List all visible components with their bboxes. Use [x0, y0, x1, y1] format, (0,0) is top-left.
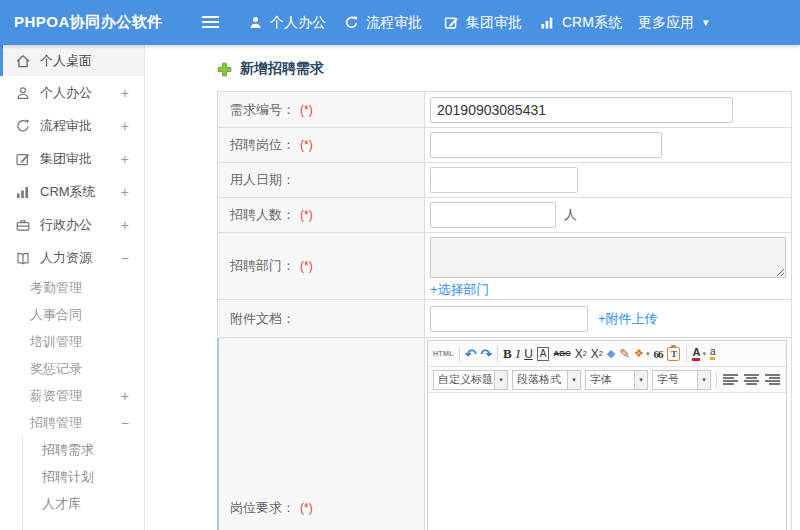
expand-icon[interactable]: +	[121, 85, 129, 101]
background-color-button[interactable]: a	[710, 344, 716, 364]
expand-icon[interactable]: +	[121, 184, 129, 200]
collapse-icon[interactable]: −	[121, 250, 129, 266]
chevron-down-icon: ▾	[646, 350, 650, 358]
font-color-button[interactable]: A▾	[692, 344, 705, 364]
attachment-upload-link[interactable]: +附件上传	[598, 310, 658, 328]
bar-chart-icon	[540, 15, 555, 30]
chevron-down-icon: ▾	[703, 16, 709, 29]
sidebar-item-crm-system[interactable]: CRM系统 +	[0, 175, 144, 208]
subscript-button[interactable]: X2	[591, 344, 603, 364]
sidebar-item-group-approval[interactable]: 集团审批 +	[0, 142, 144, 175]
form-row-attachment: 附件文档： +附件上传	[218, 300, 791, 338]
nav-label: CRM系统	[562, 14, 622, 32]
position-input[interactable]	[430, 132, 662, 158]
underline-button[interactable]: U	[524, 344, 533, 364]
align-right-button[interactable]	[765, 374, 780, 385]
sidebar-item-human-resources[interactable]: 人力资源 −	[0, 241, 144, 274]
sidebar-item-admin-office[interactable]: 行政办公 +	[0, 208, 144, 241]
toolbar-separator	[686, 346, 687, 362]
eraser-icon[interactable]: ◆	[607, 344, 615, 364]
blockquote-button[interactable]: 66	[653, 344, 662, 364]
sidebar-item-label: 个人办公	[40, 84, 92, 102]
select-department-link[interactable]: +选择部门	[430, 281, 490, 299]
paragraph-format-select[interactable]: 段落格式▾	[512, 370, 581, 390]
field-label: 招聘人数： (*)	[218, 198, 425, 232]
collapse-icon[interactable]: −	[121, 415, 129, 431]
sidebar-item-personal-desktop[interactable]: 个人桌面	[0, 45, 144, 76]
attachment-input[interactable]	[430, 306, 588, 332]
sidebar-item-personal-office[interactable]: 个人办公 +	[0, 76, 144, 109]
app-logo: PHPOA协同办公软件	[14, 13, 163, 32]
nav-group-approval[interactable]: 集团审批	[444, 0, 522, 45]
char-style-button[interactable]: A	[537, 347, 550, 361]
nav-process-approval[interactable]: 流程审批	[344, 0, 422, 45]
sidebar-subitem-talent-pool[interactable]: 人才库	[23, 490, 144, 517]
expand-icon[interactable]: +	[121, 217, 129, 233]
bold-button[interactable]: B	[503, 344, 512, 364]
field-label: 需求编号： (*)	[218, 92, 425, 127]
chevron-down-icon: ▾	[567, 371, 580, 389]
nav-more-apps[interactable]: 更多应用 ▾	[638, 0, 709, 45]
brush-icon[interactable]: ✎	[619, 344, 630, 364]
chevron-down-icon: ▾	[697, 371, 710, 389]
paste-table-icon[interactable]: T	[667, 347, 680, 361]
sidebar-item-process-approval[interactable]: 流程审批 +	[0, 109, 144, 142]
required-marker: (*)	[300, 259, 313, 273]
sidebar-subitem-hr-contract[interactable]: 人事合同	[0, 301, 144, 328]
field-label: 招聘岗位： (*)	[218, 128, 425, 162]
recruit-demand-form: 需求编号： (*) 招聘岗位： (*) 用人日期： 招聘人数： (*)	[217, 91, 792, 530]
sidebar-subitem-salary[interactable]: 薪资管理 +	[0, 382, 144, 409]
redo-icon[interactable]: ↷	[480, 344, 492, 364]
font-family-select[interactable]: 字体▾	[585, 370, 648, 390]
editor-toolbar-row2: 自定义标题▾ 段落格式▾ 字体▾ 字号▾	[428, 367, 786, 393]
briefcase-icon	[15, 217, 31, 233]
add-icon	[217, 62, 232, 77]
hire-date-input[interactable]	[430, 167, 578, 193]
sidebar-subitem-recruit-demand[interactable]: 招聘需求	[23, 436, 144, 463]
sidebar-item-label: CRM系统	[40, 183, 96, 201]
sidebar-item-label: 行政办公	[40, 216, 92, 234]
department-textarea[interactable]	[430, 237, 786, 278]
toolbar-separator	[459, 346, 460, 362]
font-size-select[interactable]: 字号▾	[652, 370, 711, 390]
demand-number-input[interactable]	[430, 97, 733, 123]
rich-text-editor: HTML ↶ ↷ B I U A ABC X2 X2 ◆ ✎	[427, 340, 787, 530]
editor-content-area[interactable]	[428, 393, 786, 530]
italic-button[interactable]: I	[516, 344, 520, 364]
chevron-down-icon: ▾	[634, 371, 647, 389]
form-row-hire-date: 用人日期：	[218, 163, 791, 198]
form-row-demand-number: 需求编号： (*)	[218, 92, 791, 128]
toolbar-separator	[716, 372, 717, 388]
nav-personal-office[interactable]: 个人办公	[248, 0, 326, 45]
required-marker: (*)	[300, 138, 313, 152]
sidebar-subitem-attendance[interactable]: 考勤管理	[0, 274, 144, 301]
expand-icon[interactable]: +	[121, 118, 129, 134]
superscript-button[interactable]: X2	[575, 344, 587, 364]
sidebar-subitem-recruit-plan[interactable]: 招聘计划	[23, 463, 144, 490]
edit-box-icon	[444, 15, 459, 30]
editor-toolbar-row1: HTML ↶ ↷ B I U A ABC X2 X2 ◆ ✎	[428, 341, 786, 367]
html-source-button[interactable]: HTML	[433, 344, 454, 364]
nav-crm-system[interactable]: CRM系统	[540, 0, 622, 45]
sidebar-subitem-rewards[interactable]: 奖惩记录	[0, 355, 144, 382]
strikethrough-button[interactable]: ABC	[553, 344, 570, 364]
process-arrow-icon	[344, 15, 359, 30]
align-center-button[interactable]	[744, 374, 759, 385]
sidebar-subitem-recruitment[interactable]: 招聘管理 −	[0, 409, 144, 436]
undo-icon[interactable]: ↶	[465, 344, 477, 364]
headcount-input[interactable]	[430, 202, 556, 228]
expand-icon[interactable]: +	[121, 388, 129, 404]
heading-select[interactable]: 自定义标题▾	[433, 370, 508, 390]
format-painter-icon[interactable]: ❖▾	[634, 344, 649, 364]
align-left-button[interactable]	[723, 374, 738, 385]
nav-label: 集团审批	[466, 14, 522, 32]
sidebar: 个人桌面 个人办公 + 流程审批 + 集团审批 + CRM系统 +	[0, 45, 145, 530]
menu-icon[interactable]	[202, 16, 219, 29]
nav-label: 更多应用	[638, 14, 694, 32]
required-marker: (*)	[300, 103, 313, 117]
expand-icon[interactable]: +	[121, 151, 129, 167]
book-icon	[15, 250, 31, 266]
sidebar-subitem-training[interactable]: 培训管理	[0, 328, 144, 355]
page-title: 新增招聘需求	[217, 60, 800, 78]
field-label: 用人日期：	[218, 163, 425, 197]
